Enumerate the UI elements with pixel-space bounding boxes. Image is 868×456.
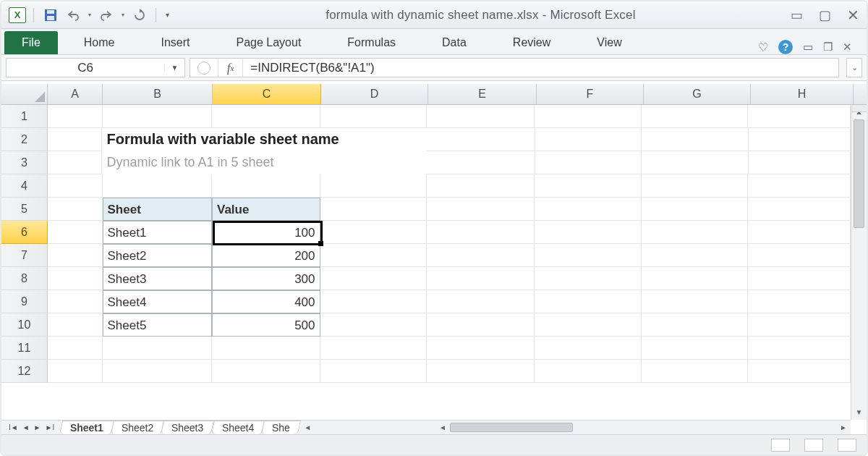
cell[interactable] [748, 313, 851, 337]
undo-button[interactable] [64, 7, 82, 23]
row-header-6[interactable]: 6 [1, 221, 48, 244]
cell[interactable] [212, 337, 320, 360]
row-header-5[interactable]: 5 [1, 198, 48, 221]
select-all-corner[interactable] [1, 84, 48, 104]
cell[interactable] [748, 105, 851, 128]
tab-scroll-icon[interactable]: ◄ [299, 423, 311, 431]
tab-formulas[interactable]: Formulas [337, 31, 406, 54]
cell[interactable] [749, 128, 851, 151]
cell[interactable] [103, 337, 212, 360]
table-cell-sheet[interactable]: Sheet1 [103, 221, 212, 244]
row-header-7[interactable]: 7 [1, 244, 48, 267]
row-header-9[interactable]: 9 [1, 290, 48, 313]
cell[interactable] [642, 337, 749, 360]
tab-prev-icon[interactable]: ◄ [21, 423, 31, 431]
cell[interactable] [320, 337, 427, 360]
name-box-dropdown[interactable]: ▼ [164, 64, 184, 72]
tab-review[interactable]: Review [503, 31, 561, 54]
cell[interactable] [748, 174, 851, 198]
file-tab[interactable]: File [4, 31, 58, 54]
cell[interactable] [748, 267, 851, 290]
repeat-button[interactable] [131, 7, 148, 23]
tab-last-icon[interactable]: ►I [44, 423, 56, 431]
col-header-e[interactable]: E [428, 84, 537, 104]
redo-button[interactable] [98, 7, 115, 23]
table-header-value[interactable]: Value [212, 198, 320, 221]
close-icon[interactable]: ✕ [847, 8, 859, 22]
name-box-value[interactable]: C6 [7, 61, 164, 75]
scroll-left-icon[interactable]: ◄ [435, 423, 450, 431]
ribbon-collapse-icon[interactable]: ♡ [758, 41, 768, 54]
vertical-scrollbar[interactable]: ▲ ▼ [851, 105, 867, 420]
scroll-thumb[interactable] [854, 119, 864, 228]
cell[interactable] [642, 174, 749, 198]
grid-body[interactable]: 1 2 Formula with variable sheet name [1, 105, 851, 420]
cell[interactable] [642, 151, 748, 174]
save-button[interactable] [41, 7, 60, 24]
table-cell-sheet[interactable]: Sheet4 [103, 290, 212, 313]
row-header-4[interactable]: 4 [1, 174, 48, 198]
row-header-1[interactable]: 1 [1, 105, 48, 128]
cell[interactable] [748, 337, 851, 360]
cell[interactable] [48, 360, 103, 383]
cell[interactable] [320, 267, 427, 290]
tab-insert[interactable]: Insert [150, 31, 200, 54]
cell[interactable] [535, 244, 642, 267]
col-header-h[interactable]: H [751, 84, 854, 104]
row-header-12[interactable]: 12 [1, 360, 48, 383]
help-icon[interactable]: ? [778, 40, 793, 54]
cell[interactable] [535, 267, 642, 290]
cell[interactable] [642, 313, 749, 337]
cell[interactable] [427, 360, 535, 383]
cell[interactable] [642, 360, 749, 383]
cell[interactable] [427, 337, 535, 360]
formula-input[interactable]: =INDIRECT(B6&"!A1") [243, 61, 838, 75]
cancel-icon[interactable] [197, 62, 210, 75]
cell[interactable] [642, 128, 748, 151]
cell[interactable] [320, 174, 427, 198]
table-cell-value[interactable]: 100 [212, 221, 320, 244]
tab-first-icon[interactable]: I◄ [7, 423, 20, 431]
sheet-tab[interactable]: Sheet2 [111, 421, 164, 434]
cell[interactable] [48, 244, 103, 267]
table-cell-sheet[interactable]: Sheet2 [103, 244, 212, 267]
scroll-thumb[interactable] [450, 423, 573, 432]
cell[interactable] [320, 105, 427, 128]
minimize-icon[interactable]: ▭ [791, 9, 803, 22]
view-pagebreak-icon[interactable] [838, 439, 856, 452]
doc-restore-icon[interactable]: ❐ [823, 41, 833, 54]
cell[interactable] [642, 198, 749, 221]
cell[interactable] [748, 198, 851, 221]
cell[interactable] [749, 151, 851, 174]
maximize-icon[interactable]: ▢ [819, 9, 831, 22]
cell[interactable] [427, 174, 535, 198]
table-cell-value[interactable]: 300 [212, 267, 320, 290]
cell[interactable] [48, 337, 103, 360]
cell[interactable] [535, 198, 642, 221]
tab-view[interactable]: View [587, 31, 631, 54]
cell[interactable] [535, 151, 642, 174]
heading-text[interactable]: Formula with variable sheet name [102, 128, 212, 151]
cell[interactable] [320, 244, 427, 267]
cell[interactable] [642, 221, 749, 244]
tab-home[interactable]: Home [74, 31, 125, 54]
col-header-a[interactable]: A [48, 84, 103, 104]
cell[interactable] [320, 221, 427, 244]
sheet-tab[interactable]: Sheet4 [211, 421, 265, 434]
sheet-tab[interactable]: Sheet3 [161, 421, 214, 434]
cell[interactable] [48, 151, 103, 174]
cell[interactable] [48, 198, 103, 221]
col-header-g[interactable]: G [644, 84, 751, 104]
table-cell-sheet[interactable]: Sheet5 [103, 313, 212, 337]
cell[interactable] [642, 290, 749, 313]
col-header-c[interactable]: C [213, 84, 321, 104]
cell[interactable] [748, 290, 851, 313]
row-header-11[interactable]: 11 [1, 337, 48, 360]
cell[interactable] [427, 313, 535, 337]
table-cell-value[interactable]: 500 [212, 313, 320, 337]
cell[interactable] [48, 290, 103, 313]
cell[interactable] [535, 360, 642, 383]
tab-data[interactable]: Data [432, 31, 477, 54]
col-header-d[interactable]: D [321, 84, 428, 104]
cell[interactable] [48, 221, 103, 244]
